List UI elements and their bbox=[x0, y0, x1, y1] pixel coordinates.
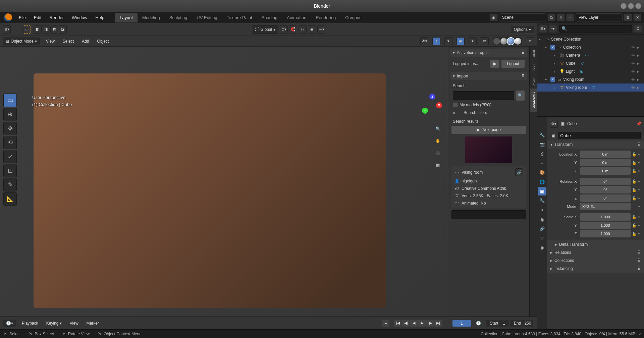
prop-tab-output[interactable]: 🖨 bbox=[538, 149, 546, 158]
disable-icon[interactable]: ▸ bbox=[637, 61, 642, 66]
workspace-tab-layout[interactable]: Layout bbox=[115, 13, 138, 22]
tab-item[interactable]: Item bbox=[530, 47, 537, 60]
prop-tab-tool[interactable]: 🔧 bbox=[538, 130, 546, 139]
prop-tab-particle[interactable]: ✦ bbox=[538, 206, 546, 214]
timeline-playback[interactable]: Playback bbox=[20, 320, 40, 327]
prop-tab-modifier[interactable]: 🔧 bbox=[538, 196, 546, 205]
overlay-toggle-icon[interactable]: ◉ bbox=[457, 37, 465, 45]
anim-dot[interactable]: • bbox=[638, 152, 641, 157]
import-section-header[interactable]: ▾ Import⠿ bbox=[450, 72, 527, 80]
proportional-dropdown-icon[interactable]: ⁓▾ bbox=[317, 25, 325, 34]
anim-dot[interactable]: • bbox=[638, 160, 641, 165]
pin-icon[interactable]: 📌 bbox=[636, 121, 641, 126]
gizmo-toggle-icon[interactable]: ⊹ bbox=[432, 37, 440, 45]
anim-dot[interactable]: • bbox=[638, 168, 641, 174]
blender-logo-icon[interactable] bbox=[4, 13, 12, 21]
search-button[interactable]: 🔍 bbox=[516, 91, 525, 101]
outliner-search-input[interactable] bbox=[559, 25, 632, 33]
shading-wireframe[interactable] bbox=[493, 38, 500, 45]
shading-rendered[interactable] bbox=[515, 38, 521, 45]
workspace-tab-sculpting[interactable]: Sculpting bbox=[165, 13, 192, 22]
viewlayer-name-input[interactable] bbox=[576, 13, 623, 21]
jump-end-button[interactable]: ▶| bbox=[434, 320, 442, 327]
lock-icon[interactable]: 🔓 bbox=[632, 188, 637, 192]
tree-camera[interactable]: ▸ 🎥 Camera ▭ 👁▸ bbox=[537, 51, 644, 59]
current-frame[interactable]: 1 bbox=[452, 320, 471, 327]
lock-icon[interactable]: 🔓 bbox=[632, 223, 637, 228]
tool-select[interactable]: ▭ bbox=[3, 94, 17, 107]
play-button[interactable]: ▶ bbox=[418, 320, 426, 327]
select-extend-icon[interactable]: ◧ bbox=[34, 25, 42, 34]
anim-dot[interactable]: • bbox=[638, 179, 641, 184]
keyframe-prev-button[interactable]: ◀| bbox=[402, 320, 410, 327]
menu-render[interactable]: Render bbox=[45, 13, 68, 22]
scale-x-input[interactable] bbox=[580, 213, 631, 221]
lock-icon[interactable]: 🔓 bbox=[632, 152, 637, 157]
gizmo-y-axis[interactable]: Y bbox=[422, 108, 428, 114]
rotation-y-input[interactable] bbox=[580, 186, 631, 193]
anim-dot[interactable]: • bbox=[638, 214, 641, 220]
rotation-x-input[interactable] bbox=[580, 178, 631, 185]
snap-dropdown-icon[interactable]: ⫰▾ bbox=[299, 25, 307, 34]
lock-icon[interactable]: 🔓 bbox=[632, 232, 637, 236]
workspace-tab-shading[interactable]: Shading bbox=[257, 13, 282, 22]
gizmo-x-axis[interactable]: X bbox=[436, 102, 442, 108]
minimize-button[interactable] bbox=[621, 3, 627, 9]
anim-dot[interactable]: • bbox=[638, 187, 641, 192]
expand-icon[interactable]: ▾ bbox=[539, 38, 543, 41]
workspace-tab-modeling[interactable]: Modeling bbox=[138, 13, 165, 22]
anim-dot[interactable]: • bbox=[638, 204, 641, 209]
proportional-toggle-icon[interactable]: ◉ bbox=[308, 25, 316, 34]
tool-move[interactable]: ✥ bbox=[3, 122, 17, 135]
keyframe-next-button[interactable]: |▶ bbox=[426, 320, 434, 327]
timeline-editor-icon[interactable]: 🕐▾ bbox=[3, 320, 16, 327]
disable-icon[interactable]: ▸ bbox=[637, 69, 642, 74]
anim-dot[interactable]: • bbox=[638, 195, 641, 201]
outliner-display-icon[interactable]: ▫▾ bbox=[549, 25, 557, 33]
shading-dropdown-icon[interactable]: ▾ bbox=[526, 37, 534, 45]
workspace-tab-texturepaint[interactable]: Texture Paint bbox=[222, 13, 257, 22]
perspective-toggle-icon[interactable]: ▦ bbox=[433, 160, 443, 170]
delta-transform-header[interactable]: ▸ Delta Transform bbox=[547, 240, 644, 248]
visibility-icon[interactable]: 👁 bbox=[631, 61, 636, 66]
lock-icon[interactable]: 🔓 bbox=[632, 161, 637, 165]
extra-input[interactable] bbox=[451, 210, 526, 219]
collection-checkbox[interactable] bbox=[550, 45, 555, 50]
select-box-icon[interactable]: ▭ bbox=[23, 25, 31, 34]
xray-toggle-icon[interactable]: ⧉ bbox=[481, 37, 489, 45]
play-button[interactable]: ▶ bbox=[490, 60, 499, 68]
result-thumbnail[interactable] bbox=[465, 136, 512, 163]
tree-viking-collection[interactable]: ▾ ▭ Viking room 👁▸ bbox=[537, 75, 644, 83]
tree-cube[interactable]: ▸ ▽ Cube ▽ 👁▸ bbox=[537, 59, 644, 67]
visibility-icon[interactable]: 👁 bbox=[631, 86, 636, 90]
prop-tab-world[interactable]: 🌐 bbox=[538, 177, 546, 186]
new-viewlayer-icon[interactable]: ⧉ bbox=[624, 13, 632, 21]
scene-browse-icon[interactable]: ◉ bbox=[490, 13, 498, 21]
timeline-clock-icon[interactable]: 🕐 bbox=[475, 321, 482, 326]
timeline-marker[interactable]: Marker bbox=[85, 320, 101, 327]
disable-icon[interactable]: ▸ bbox=[637, 53, 642, 58]
select-subtract-icon[interactable]: ◨ bbox=[42, 25, 50, 34]
properties-editor-icon[interactable]: ⚙▾ bbox=[550, 120, 558, 128]
snap-toggle-icon[interactable]: 🧲 bbox=[289, 25, 297, 34]
menu-select[interactable]: Select bbox=[61, 38, 76, 45]
visibility-dropdown-icon[interactable]: 👁▾ bbox=[420, 37, 428, 45]
scene-name-input[interactable] bbox=[499, 13, 546, 21]
navigation-gizmo[interactable]: Z Y X bbox=[419, 94, 443, 117]
location-y-input[interactable] bbox=[580, 159, 631, 166]
lock-icon[interactable]: 🔓 bbox=[632, 196, 637, 201]
end-frame-input[interactable]: End 250 bbox=[510, 320, 533, 327]
prop-tab-material[interactable]: ◉ bbox=[538, 243, 546, 252]
anim-dot[interactable]: • bbox=[638, 223, 641, 228]
search-filters-toggle[interactable]: ▸ Search filters bbox=[451, 108, 526, 117]
workspace-tab-compositing[interactable]: Compos bbox=[340, 13, 366, 22]
prop-tab-scene[interactable]: 🎨 bbox=[538, 168, 546, 177]
close-button[interactable] bbox=[635, 3, 641, 9]
scale-y-input[interactable] bbox=[580, 222, 631, 229]
pivot-dropdown-icon[interactable]: ⊙▾ bbox=[280, 25, 288, 34]
select-intersect-icon[interactable]: ◪ bbox=[59, 25, 67, 34]
visibility-icon[interactable]: 👁 bbox=[631, 53, 636, 58]
visibility-icon[interactable]: 👁 bbox=[631, 77, 636, 82]
workspace-tab-uvediting[interactable]: UV Editing bbox=[192, 13, 222, 22]
prop-tab-physics[interactable]: ◉ bbox=[538, 215, 546, 224]
